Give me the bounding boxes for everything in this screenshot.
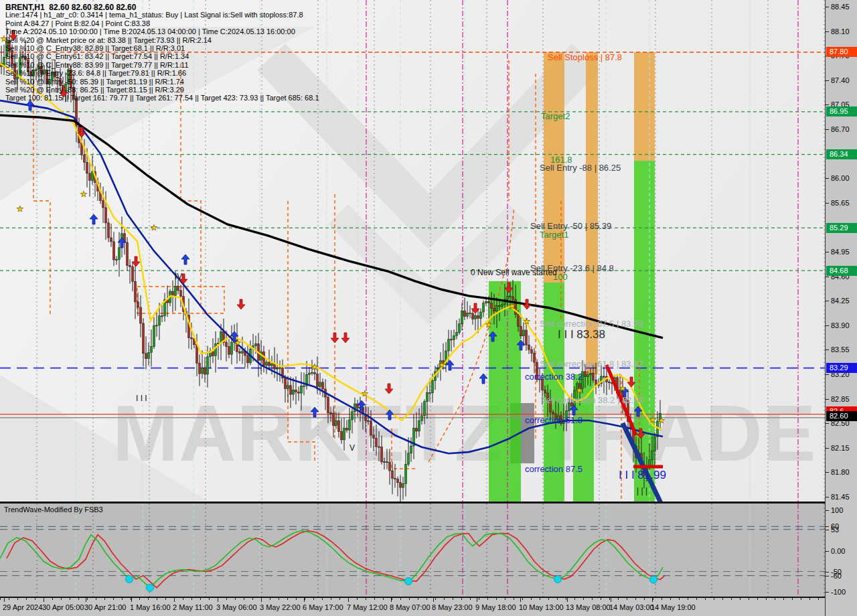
annotation-label: Sell correction 87.5 | 83.99 (540, 319, 643, 329)
buy-arrow-icon (479, 374, 487, 384)
signal-info-line: Line:1474 | h1_atr_c0: 0.3414 | tema_h1_… (5, 11, 303, 19)
time-minor-tick (792, 598, 793, 600)
mt4-chart-window: MARKETZ TRADE ★★★★★★★★★★★★★★★ BRENT,H1 8… (0, 0, 857, 616)
candle-body (129, 265, 131, 266)
candle-body (285, 378, 287, 389)
time-minor-tick (783, 598, 784, 600)
candle-body (242, 352, 244, 354)
candle-body (381, 447, 383, 462)
signal-dot (147, 584, 154, 591)
candle-body (277, 368, 279, 369)
candle-body (421, 416, 423, 421)
time-axis-label: 3 May 22:00 (260, 603, 301, 611)
time-minor-tick (148, 598, 149, 600)
time-minor-tick (514, 598, 514, 600)
time-axis-label: 10 May 13:00 (519, 603, 564, 611)
time-minor-tick (87, 598, 88, 600)
candle-body (145, 354, 147, 359)
time-minor-tick (714, 598, 714, 600)
time-minor-tick (801, 598, 801, 600)
trendwave-canvas[interactable] (0, 504, 825, 597)
price-badge: 82.60 (826, 411, 857, 421)
star-icon: ★ (619, 384, 627, 393)
candle-body (587, 375, 589, 377)
signal-dot (126, 576, 133, 583)
candle-body (654, 437, 656, 451)
candle-body (143, 323, 145, 354)
osc-tick-mark (826, 526, 829, 527)
star-icon: ★ (151, 223, 158, 232)
time-minor-tick (818, 598, 819, 600)
price-tick-mark (826, 399, 829, 400)
candle-body (397, 479, 399, 483)
time-minor-tick (566, 598, 566, 600)
candle-body (105, 208, 107, 223)
price-tick-mark (826, 374, 829, 375)
time-minor-tick (235, 598, 236, 600)
signal-info-line: Time A:2024.05.10 10:00:00 | Time B:2024… (5, 27, 295, 35)
price-tick-label: 81.80 (831, 468, 850, 476)
annotation-label: I I I 81.99 (619, 469, 666, 482)
time-major-tick (131, 598, 132, 602)
signal-dot (650, 576, 657, 583)
candle-body (268, 362, 270, 366)
candle-body (483, 303, 485, 312)
candle-body (177, 286, 179, 290)
time-minor-tick (479, 598, 479, 600)
time-minor-tick (287, 598, 288, 600)
time-axis[interactable]: 29 Apr 202430 Apr 05:0030 Apr 21:001 May… (0, 598, 825, 616)
candle-body (263, 352, 265, 366)
time-major-tick (348, 598, 349, 602)
price-tick-mark (826, 80, 829, 81)
price-badge: 86.34 (826, 149, 857, 159)
osc-tick-label: 100 (831, 506, 843, 514)
time-minor-tick (322, 598, 323, 600)
star-icon: ★ (311, 362, 319, 372)
candle-body (180, 291, 182, 297)
price-chart-area[interactable]: MARKETZ TRADE ★★★★★★★★★★★★★★★ BRENT,H1 8… (0, 0, 825, 504)
star-icon: ★ (576, 386, 583, 395)
candle-body (148, 352, 150, 358)
signal-info-line: Sell %10 @ C_Entry61: 83.42 || Target:77… (5, 52, 189, 60)
time-axis-label: 2 May 11:00 (173, 603, 213, 611)
time-minor-tick (104, 598, 105, 600)
annotation-label: correction 38.2 (525, 372, 582, 382)
price-tick-label: 83.90 (831, 321, 850, 329)
time-minor-tick (505, 598, 505, 600)
candle-body (426, 392, 428, 401)
price-tick-mark (826, 129, 829, 130)
time-minor-tick (157, 598, 157, 600)
orange-zone-band (634, 52, 655, 161)
time-minor-tick (61, 598, 62, 600)
candle-body (510, 296, 512, 297)
time-minor-tick (461, 598, 462, 600)
candle-body (464, 311, 466, 316)
price-tick-mark (826, 350, 829, 350)
price-tick-label: 86.00 (831, 174, 850, 182)
candle-body (102, 201, 104, 208)
candle-body (207, 357, 209, 374)
time-minor-tick (522, 598, 523, 600)
time-minor-tick (644, 598, 645, 600)
candle-body (239, 352, 241, 353)
candle-body (400, 483, 402, 487)
candle-body (402, 483, 404, 487)
time-minor-tick (252, 598, 253, 600)
candle-body (491, 303, 493, 309)
time-minor-tick (583, 598, 584, 600)
candle-body (518, 315, 520, 327)
time-minor-tick (574, 598, 575, 600)
star-icon: ★ (234, 338, 242, 348)
candle-body (132, 266, 134, 281)
time-minor-tick (296, 598, 297, 600)
annotation-label: IV (175, 272, 182, 281)
osc-tick-label: -100 (831, 588, 846, 596)
price-tick-label: 88.45 (831, 3, 850, 11)
price-axis[interactable]: 88.4588.1087.7587.4087.0586.7086.0085.65… (825, 0, 857, 616)
time-minor-tick (209, 598, 210, 600)
candle-body (341, 431, 343, 440)
candle-body (424, 402, 426, 416)
candle-body (585, 372, 587, 377)
trendwave-panel[interactable]: TrendWave-Modified By FSB3 (0, 504, 825, 598)
time-axis-label: 30 Apr 05:00 (42, 603, 84, 611)
